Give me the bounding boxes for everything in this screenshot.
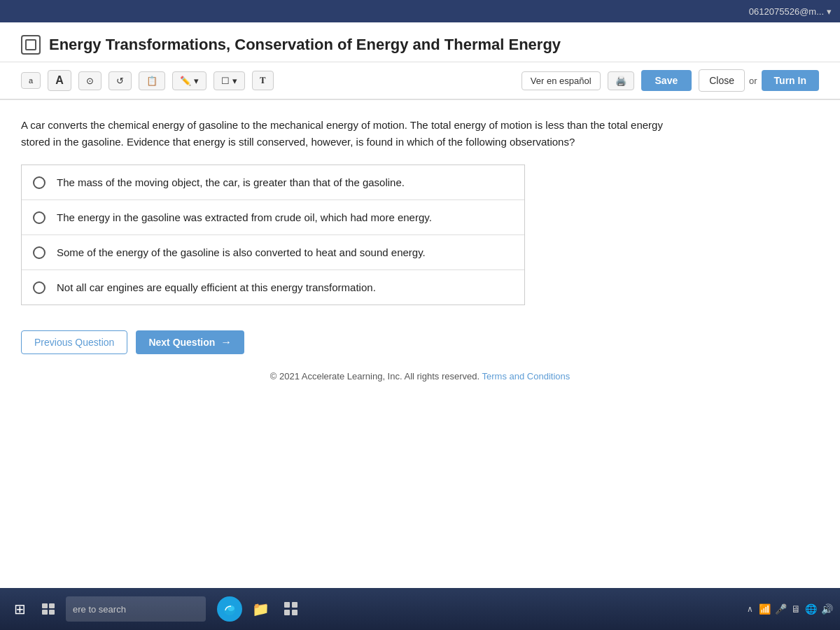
print-button[interactable]: 🖨️ — [608, 71, 634, 90]
option-c[interactable]: Some of the energy of the gasoline is al… — [22, 235, 524, 270]
show-hidden-icon[interactable]: ∧ — [747, 604, 753, 614]
user-display: 0612075526@m... — [749, 6, 824, 17]
page-title: Energy Transformations, Conservation of … — [49, 36, 561, 54]
close-turnin-group: Close or Turn In — [699, 69, 819, 92]
notepad-button[interactable]: 📋 — [139, 71, 165, 90]
network2-icon[interactable]: 🌐 — [805, 603, 817, 615]
option-d[interactable]: Not all car engines are equally efficien… — [22, 270, 524, 304]
svg-rect-9 — [284, 610, 290, 615]
prev-question-button[interactable]: Previous Question — [21, 330, 127, 354]
pen-button[interactable]: ✏️ ▾ — [172, 71, 206, 90]
svg-rect-10 — [292, 610, 298, 615]
dropdown-arrow-icon[interactable]: ▾ — [827, 6, 832, 17]
svg-rect-7 — [284, 602, 290, 608]
search-placeholder: ere to search — [73, 604, 126, 615]
close-button[interactable]: Close — [699, 69, 745, 92]
question-text: A car converts the chemical energy of ga… — [21, 117, 686, 150]
screen-icon[interactable]: 🖥 — [791, 603, 801, 615]
svg-rect-2 — [49, 603, 55, 608]
radio-b[interactable] — [33, 211, 46, 224]
question-area: A car converts the chemical energy of ga… — [0, 100, 840, 316]
option-c-text: Some of the energy of the gasoline is al… — [57, 245, 426, 260]
radio-c[interactable] — [33, 246, 46, 259]
taskbar: ⊞ ere to search 📁 — [0, 588, 840, 630]
option-d-text: Not all car engines are equally efficien… — [57, 280, 376, 295]
radio-d[interactable] — [33, 281, 46, 294]
pen-icon: ✏️ — [180, 76, 191, 86]
page-title-bar: Energy Transformations, Conservation of … — [0, 22, 840, 62]
highlight-dropdown-arrow: ▾ — [232, 76, 237, 86]
svg-rect-4 — [49, 610, 55, 615]
edge-icon[interactable] — [217, 596, 242, 622]
svg-rect-3 — [42, 610, 48, 615]
spanish-button[interactable]: Ver en español — [522, 71, 601, 90]
or-label: or — [749, 76, 757, 86]
next-arrow-icon: → — [220, 336, 232, 349]
next-question-button[interactable]: Next Question → — [136, 330, 244, 354]
audio-icon: ⊙ — [86, 76, 94, 86]
notepad-icon: 📋 — [146, 76, 158, 86]
taskbar-icons: 📁 — [217, 596, 304, 622]
option-b[interactable]: The energy in the gasoline was extracted… — [22, 200, 524, 235]
font-small-button[interactable]: a — [21, 72, 41, 89]
highlight-button[interactable]: ☐ ▾ — [214, 71, 245, 90]
highlight-icon: ☐ — [221, 76, 230, 86]
volume-icon[interactable]: 🔊 — [821, 603, 833, 615]
print-icon: 🖨️ — [615, 76, 626, 86]
replay-button[interactable]: ↺ — [108, 71, 132, 90]
radio-a[interactable] — [33, 176, 46, 189]
microphone-icon[interactable]: 🎤 — [775, 603, 787, 615]
option-b-text: The energy in the gasoline was extracted… — [57, 210, 432, 225]
taskbar-system-tray: ∧ 📶 🎤 🖥 🌐 🔊 — [747, 603, 833, 615]
turnin-button[interactable]: Turn In — [762, 70, 819, 91]
text-tool-icon: 𝐓 — [260, 75, 266, 86]
option-a[interactable]: The mass of the moving object, the car, … — [22, 165, 524, 200]
task-view-button[interactable] — [36, 596, 62, 622]
copyright-text: © 2021 Accelerate Learning, Inc. All rig… — [270, 371, 479, 382]
terms-link[interactable]: Terms and Conditions — [482, 371, 570, 382]
toolbar: a A ⊙ ↺ 📋 ✏️ ▾ ☐ ▾ 𝐓 — [0, 62, 840, 100]
network-icon[interactable]: 📶 — [759, 603, 771, 615]
windows-start-button[interactable]: ⊞ — [7, 596, 32, 622]
main-content: Energy Transformations, Conservation of … — [0, 22, 840, 588]
svg-rect-0 — [26, 40, 36, 50]
pen-dropdown-arrow: ▾ — [194, 76, 199, 86]
text-tool-button[interactable]: 𝐓 — [252, 71, 274, 90]
svg-rect-8 — [292, 602, 298, 608]
taskbar-search[interactable]: ere to search — [66, 596, 206, 622]
nav-buttons: Previous Question Next Question → — [0, 316, 840, 368]
replay-icon: ↺ — [116, 76, 124, 86]
footer: © 2021 Accelerate Learning, Inc. All rig… — [0, 368, 840, 388]
svg-rect-1 — [42, 603, 48, 608]
top-bar: 0612075526@m... ▾ — [0, 0, 840, 22]
apps-grid-icon[interactable] — [279, 596, 304, 622]
options-container: The mass of the moving object, the car, … — [21, 164, 525, 305]
sys-icons: 📶 🎤 🖥 🌐 🔊 — [759, 603, 833, 615]
folder-icon[interactable]: 📁 — [248, 596, 273, 622]
page-icon — [21, 35, 41, 55]
save-button[interactable]: Save — [641, 70, 692, 91]
font-large-button[interactable]: A — [48, 70, 71, 91]
audio-button[interactable]: ⊙ — [78, 71, 102, 90]
option-a-text: The mass of the moving object, the car, … — [57, 175, 405, 190]
